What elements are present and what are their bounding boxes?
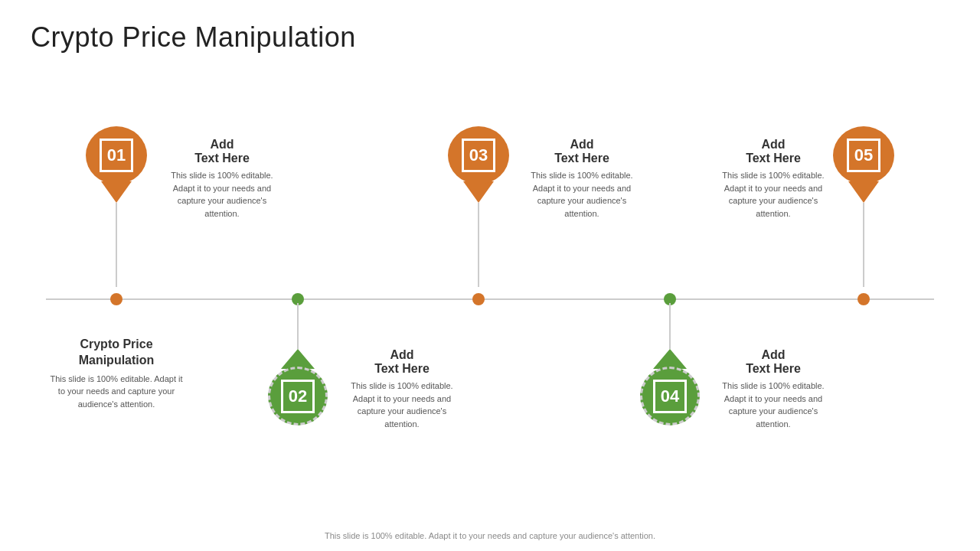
node-01: 01 [86, 126, 147, 287]
pin-triangle-05 [848, 181, 879, 203]
node-00-label: Crypto PriceManipulation [47, 337, 185, 369]
timeline-dot-1 [110, 293, 122, 305]
page-title: Crypto Price Manipulation [31, 21, 356, 54]
pin-circle-03: 03 [448, 126, 509, 184]
vert-line-02-up [297, 303, 299, 349]
node-05-desc: This slide is 100% editable. Adapt it to… [720, 169, 827, 220]
vert-line-03 [478, 203, 479, 287]
pin-circle-01: 01 [86, 126, 147, 184]
node-05-label: AddText Here [720, 138, 827, 165]
pin-triangle-03 [463, 181, 494, 203]
vert-line-05 [863, 203, 864, 287]
node-04-pin: 04 [639, 349, 701, 425]
node-01-label: AddText Here [161, 138, 283, 165]
timeline-line [46, 298, 934, 300]
pin-circle-02: 02 [268, 367, 328, 425]
vert-line-01 [116, 203, 117, 287]
footer-text: This slide is 100% editable. Adapt it to… [0, 531, 980, 540]
node-02-label: AddText Here [341, 348, 463, 376]
node-02-pin: 02 [267, 349, 328, 425]
pin-circle-05: 05 [833, 126, 894, 184]
pin-number-03: 03 [462, 139, 495, 172]
pin-triangle-01 [101, 181, 132, 203]
node-05-text: AddText Here This slide is 100% editable… [720, 138, 827, 220]
node-03: 03 [448, 126, 509, 287]
node-03-desc: This slide is 100% editable. Adapt it to… [521, 169, 643, 220]
pin-number-02: 02 [281, 380, 315, 413]
pin-03: 03 [448, 126, 509, 203]
node-00-text: Crypto PriceManipulation This slide is 1… [47, 337, 185, 410]
pin-number-01: 01 [100, 139, 133, 172]
node-02-text: AddText Here This slide is 100% editable… [341, 348, 463, 430]
node-01-text: AddText Here This slide is 100% editable… [161, 138, 283, 220]
node-02-desc: This slide is 100% editable. Adapt it to… [341, 380, 463, 430]
node-04-label: AddText Here [712, 348, 835, 376]
vert-line-04-up [669, 303, 671, 349]
node-04-desc: This slide is 100% editable. Adapt it to… [712, 380, 835, 430]
node-03-label: AddText Here [521, 138, 643, 165]
node-01-desc: This slide is 100% editable. Adapt it to… [161, 169, 283, 220]
timeline-dot-5 [858, 293, 870, 305]
node-05: 05 [833, 126, 894, 287]
timeline-dot-3 [472, 293, 485, 305]
node-00-desc: This slide is 100% editable. Adapt it to… [47, 373, 185, 411]
node-04-text: AddText Here This slide is 100% editable… [712, 348, 835, 430]
pin-05: 05 [833, 126, 894, 203]
node-03-text: AddText Here This slide is 100% editable… [521, 138, 643, 220]
pin-circle-04: 04 [640, 367, 700, 425]
pin-number-04: 04 [653, 380, 687, 413]
pin-01: 01 [86, 126, 147, 203]
pin-number-05: 05 [847, 139, 880, 172]
